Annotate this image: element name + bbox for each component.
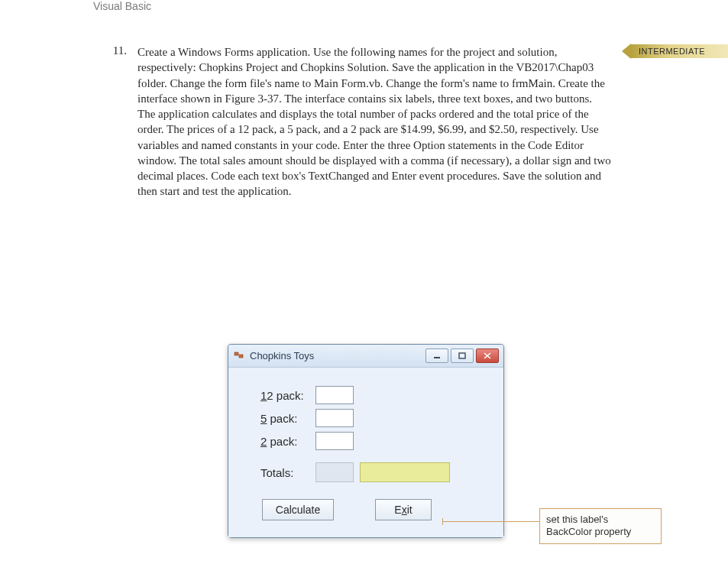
row-totals: Totals: <box>260 462 482 482</box>
difficulty-tag: INTERMEDIATE <box>622 44 728 59</box>
callout-connector <box>443 521 539 522</box>
window-controls <box>425 348 499 363</box>
close-button[interactable] <box>476 348 499 363</box>
calculate-button[interactable]: Calculate <box>262 499 334 520</box>
form-client-area: 12 pack: 5 pack: 2 pack: Totals: <box>228 368 503 537</box>
svg-rect-1 <box>239 355 243 358</box>
minimize-button[interactable] <box>425 348 448 363</box>
exercise-block: 11. Create a Windows Forms application. … <box>107 44 611 199</box>
windows-form: Chopkins Toys <box>228 344 504 538</box>
maximize-button[interactable] <box>451 348 474 363</box>
input-2pack[interactable] <box>315 432 354 450</box>
callout-line2: BackColor property <box>546 526 655 538</box>
svg-rect-3 <box>459 353 465 358</box>
input-5pack[interactable] <box>315 409 354 427</box>
maximize-icon <box>458 352 466 359</box>
output-total-packs <box>315 462 354 482</box>
titlebar: Chopkins Toys <box>228 345 503 368</box>
exercise-text: Create a Windows Forms application. Use … <box>138 44 611 199</box>
button-row: Calculate Exit <box>260 499 482 520</box>
difficulty-arrow-icon <box>622 44 631 59</box>
svg-rect-2 <box>434 357 440 358</box>
callout-box: set this label's BackColor property <box>539 508 662 544</box>
svg-rect-0 <box>235 352 238 355</box>
row-2pack: 2 pack: <box>260 432 482 450</box>
exit-button[interactable]: Exit <box>375 499 432 520</box>
close-icon <box>484 352 491 359</box>
callout-line1: set this label's <box>546 514 655 526</box>
output-total-price <box>360 462 450 482</box>
window-title: Chopkins Toys <box>250 350 425 361</box>
label-5pack: 5 pack: <box>260 412 315 425</box>
row-5pack: 5 pack: <box>260 409 482 427</box>
page-header: Visual Basic <box>93 0 151 12</box>
minimize-icon <box>433 353 441 359</box>
input-12pack[interactable] <box>315 386 354 404</box>
row-12pack: 12 pack: <box>260 386 482 404</box>
app-icon <box>233 350 245 362</box>
label-totals: Totals: <box>260 466 315 479</box>
figure-area: Chopkins Toys <box>228 344 701 538</box>
label-12pack: 12 pack: <box>260 389 315 402</box>
difficulty-label: INTERMEDIATE <box>631 44 728 58</box>
label-2pack: 2 pack: <box>260 435 315 448</box>
exercise-number: 11. <box>107 44 138 199</box>
